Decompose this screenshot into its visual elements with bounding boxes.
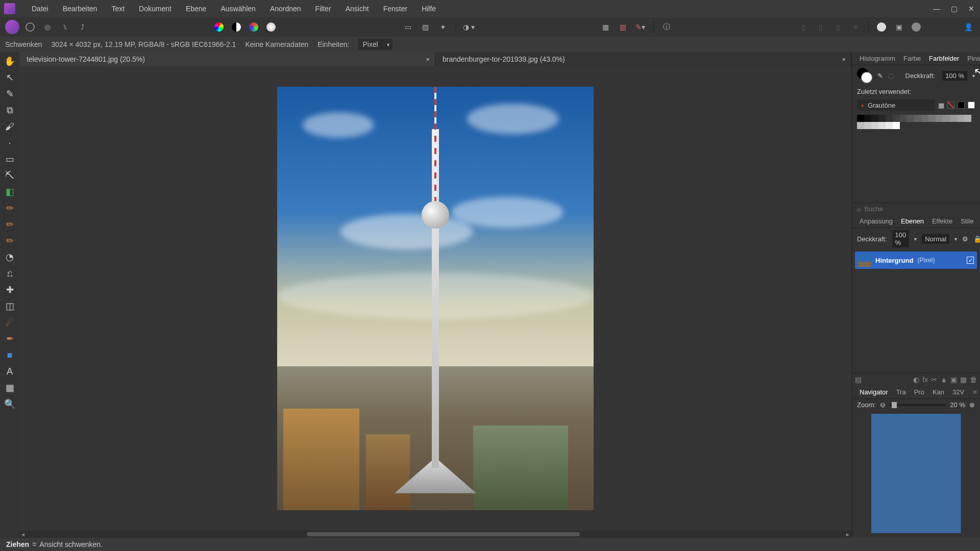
swatch[interactable] (857, 122, 864, 129)
split-view-icon[interactable]: ▥ (617, 20, 630, 34)
swatch[interactable] (936, 115, 943, 122)
layer-tabs-stock[interactable]: Stock (978, 217, 980, 225)
swatch[interactable] (964, 115, 971, 122)
window-close[interactable]: ✕ (963, 0, 980, 17)
sponge-tool[interactable]: ✏ (4, 235, 16, 247)
swatch[interactable] (871, 115, 878, 122)
mask-dropdown-icon[interactable]: ◑ ▾ (462, 20, 476, 34)
dodge-tool[interactable]: ✏ (4, 218, 16, 231)
lock-icon[interactable]: 🔒 (973, 235, 980, 243)
menu-filter[interactable]: Filter (308, 0, 338, 17)
swatch-search-input[interactable] (864, 205, 975, 213)
zoom-out-icon[interactable]: ⊖ (880, 401, 886, 409)
layer-opacity-value[interactable]: 100 % (892, 230, 910, 247)
nav-tabs-kan[interactable]: Kan (929, 388, 948, 396)
swatch[interactable] (864, 122, 871, 129)
heal-tool[interactable]: ✚ (4, 284, 16, 296)
gradient-tool[interactable]: ◧ (4, 186, 16, 198)
photo-persona-icon[interactable] (5, 20, 19, 34)
window-minimize[interactable]: — (928, 0, 945, 17)
rgb-circle-icon[interactable] (247, 20, 260, 34)
menu-ansicht[interactable]: Ansicht (338, 0, 376, 17)
gear-icon[interactable]: ⚙ (962, 235, 968, 243)
color-tabs-pinsel[interactable]: Pinsel (964, 55, 980, 62)
zoom-value[interactable]: 20 % (950, 401, 965, 409)
align-left-icon[interactable]: ▯ (797, 20, 810, 34)
view-hand-tool[interactable]: ✋ (4, 55, 16, 67)
layer-tabs-anpassung[interactable]: Anpassung (856, 217, 896, 225)
burn-tool[interactable]: ✏ (4, 202, 16, 214)
menu-ebene[interactable]: Ebene (179, 0, 213, 17)
no-fill-swatch[interactable] (947, 102, 954, 109)
navigator-preview[interactable] (871, 414, 961, 533)
swatch[interactable] (886, 122, 893, 129)
swatch[interactable] (900, 115, 907, 122)
nav-tabs-menu-icon[interactable]: ≡ (969, 388, 980, 396)
window-maximize[interactable]: ▢ (945, 0, 963, 17)
layer-tabs-ebenen[interactable]: Ebenen (897, 217, 927, 225)
clone-tool[interactable]: ⎌ (4, 267, 16, 280)
menu-anordnen[interactable]: Anordnen (263, 0, 308, 17)
swatch[interactable] (957, 115, 964, 122)
mesh-tool[interactable]: ▦ (4, 382, 16, 394)
swatch[interactable] (950, 115, 957, 122)
pen-tool[interactable]: ✒ (4, 333, 16, 345)
group-icon[interactable]: ▣ (950, 375, 957, 384)
layer-row[interactable]: Hintergrund (Pixel) ✓ (855, 252, 977, 269)
crop-layer-icon[interactable]: ✂ (931, 375, 937, 384)
swatch[interactable] (871, 122, 878, 129)
flood-tool[interactable]: ⛏ (4, 169, 16, 182)
grid-view-icon[interactable]: ▦ (599, 20, 612, 34)
add-layer-icon[interactable]: ▦ (960, 375, 967, 384)
nav-tabs-navigator[interactable]: Navigator (856, 388, 892, 396)
color-tabs-farbfelder[interactable]: Farbfelder (925, 55, 963, 62)
menu-bearbeiten[interactable]: Bearbeiten (56, 0, 105, 17)
layer-visibility-checkbox[interactable]: ✓ (967, 257, 974, 264)
none-color-icon[interactable]: ◌ (888, 72, 894, 80)
black-swatch[interactable] (958, 102, 965, 109)
bw-circle-icon[interactable] (230, 20, 243, 34)
swatch[interactable] (943, 115, 950, 122)
shape-tool[interactable]: ■ (4, 349, 16, 361)
sync-circle-icon[interactable] (875, 20, 888, 34)
align-menu-icon[interactable]: ≡ (849, 20, 862, 34)
close-tab-icon[interactable]: × (426, 56, 430, 63)
mask-icon[interactable]: ▤ (855, 375, 862, 384)
eyedropper-icon[interactable]: ✎ (877, 72, 883, 80)
opacity-value[interactable]: 100 % (942, 71, 967, 81)
account-icon[interactable]: 👤 (962, 20, 975, 34)
crop-tool[interactable]: ⧉ (4, 104, 16, 116)
swatch[interactable] (893, 115, 900, 122)
color-picker-tool[interactable]: ✎ (4, 88, 16, 100)
move-tool[interactable]: ↖ (4, 71, 16, 84)
swatch[interactable] (857, 115, 864, 122)
stack-icon[interactable]: ▣ (892, 20, 905, 34)
zoom-in-icon[interactable]: ⊕ (969, 401, 975, 409)
align-center-icon[interactable]: ▯ (814, 20, 827, 34)
swatch[interactable] (864, 115, 871, 122)
menu-datei[interactable]: Datei (24, 0, 56, 17)
export-persona-icon[interactable]: ⤴ (76, 20, 89, 34)
zoom-slider[interactable] (890, 404, 946, 406)
opacity-dropdown-icon[interactable]: ▾ (972, 73, 975, 79)
horizontal-scrollbar[interactable]: ◄► (19, 531, 851, 538)
palette-grid-icon[interactable]: ▦ (938, 102, 944, 109)
white-swatch[interactable] (968, 102, 975, 109)
eraser-tool[interactable]: ◫ (4, 300, 16, 312)
swatch[interactable] (914, 115, 921, 122)
document-tab-2[interactable]: brandenburger-tor-201939.jpg (43.0%) × (435, 52, 851, 66)
menu-dokument[interactable]: Dokument (132, 0, 179, 17)
point-tool[interactable]: · (4, 137, 16, 149)
selection-mode-icon[interactable]: ▭ (402, 20, 415, 34)
live-filter-icon[interactable]: ▲ (940, 375, 947, 384)
color-tabs-farbe[interactable]: Farbe (900, 55, 924, 62)
brush-tool[interactable]: 🖌 (4, 120, 16, 133)
swatch[interactable] (928, 115, 936, 122)
develop-persona-icon[interactable]: ◎ (41, 20, 54, 34)
fx-icon[interactable]: fx (922, 375, 928, 384)
delete-layer-icon[interactable]: 🗑 (970, 375, 977, 384)
nav-tabs-tra[interactable]: Tra (893, 388, 910, 396)
swatch[interactable] (907, 115, 914, 122)
units-dropdown[interactable]: Pixel (358, 39, 392, 50)
swatch[interactable] (893, 122, 900, 129)
